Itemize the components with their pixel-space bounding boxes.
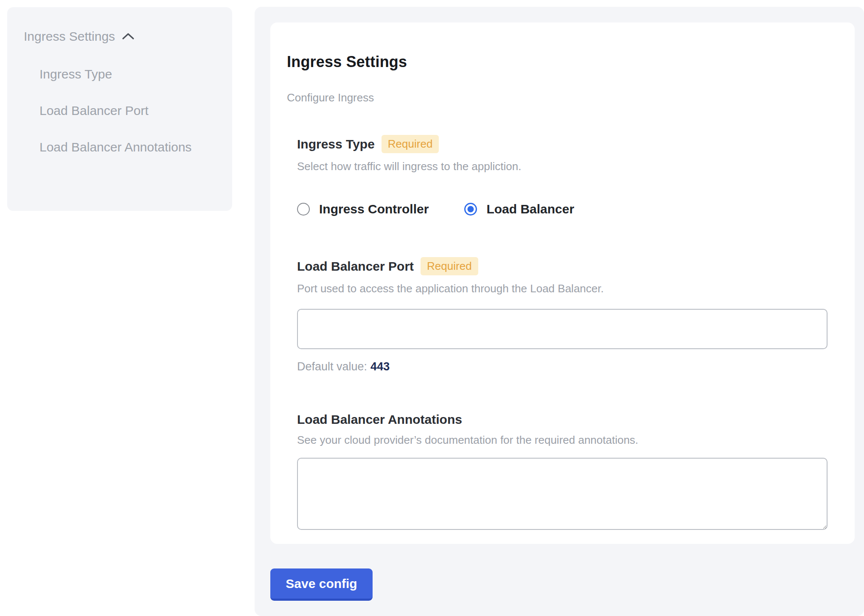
- radio-checked-icon[interactable]: [464, 203, 477, 216]
- lb-annotations-label-row: Load Balancer Annotations: [297, 412, 828, 427]
- field-load-balancer-port: Load Balancer Port Required Port used to…: [297, 257, 828, 373]
- ingress-type-label: Ingress Type: [297, 137, 375, 151]
- radio-ingress-controller[interactable]: Ingress Controller: [297, 202, 429, 216]
- radio-ingress-controller-label: Ingress Controller: [319, 202, 429, 216]
- default-value: 443: [370, 360, 390, 373]
- sidebar-item-load-balancer-port[interactable]: Load Balancer Port: [39, 98, 196, 123]
- lb-annotations-description: See your cloud provider’s documentation …: [297, 434, 828, 447]
- sidebar-sub-list: Ingress Type Load Balancer Port Load Bal…: [39, 62, 219, 160]
- required-badge: Required: [382, 135, 439, 153]
- ingress-settings-card: Ingress Settings Configure Ingress Ingre…: [270, 22, 855, 544]
- lb-annotations-label: Load Balancer Annotations: [297, 412, 462, 427]
- load-balancer-port-input[interactable]: [297, 309, 828, 349]
- settings-panel: Ingress Settings Configure Ingress Ingre…: [255, 7, 864, 616]
- page-subtitle: Configure Ingress: [287, 91, 828, 104]
- radio-load-balancer[interactable]: Load Balancer: [464, 202, 574, 216]
- page: Ingress Settings Ingress Type Load Balan…: [0, 0, 864, 616]
- page-title: Ingress Settings: [287, 53, 828, 71]
- field-ingress-type: Ingress Type Required Select how traffic…: [297, 135, 828, 216]
- required-badge: Required: [421, 257, 478, 275]
- lb-port-label-row: Load Balancer Port Required: [297, 257, 828, 275]
- radio-unchecked-icon[interactable]: [297, 203, 310, 216]
- config-nav-sidebar: Ingress Settings Ingress Type Load Balan…: [7, 7, 232, 211]
- load-balancer-annotations-textarea[interactable]: [297, 458, 828, 530]
- lb-port-default-line: Default value:443: [297, 360, 828, 373]
- default-value-label: Default value:: [297, 360, 367, 373]
- ingress-type-description: Select how traffic will ingress to the a…: [297, 160, 828, 173]
- chevron-up-icon[interactable]: [122, 32, 135, 41]
- save-config-button[interactable]: Save config: [270, 568, 373, 601]
- lb-port-label: Load Balancer Port: [297, 259, 414, 274]
- sidebar-item-load-balancer-annotations[interactable]: Load Balancer Annotations: [39, 134, 196, 160]
- sidebar-item-ingress-settings[interactable]: Ingress Settings: [24, 29, 219, 44]
- lb-port-description: Port used to access the application thro…: [297, 282, 828, 295]
- fields-container: Ingress Type Required Select how traffic…: [297, 135, 828, 530]
- field-load-balancer-annotations: Load Balancer Annotations See your cloud…: [297, 412, 828, 530]
- ingress-type-label-row: Ingress Type Required: [297, 135, 828, 153]
- sidebar-item-ingress-type[interactable]: Ingress Type: [39, 62, 196, 87]
- radio-load-balancer-label: Load Balancer: [486, 202, 574, 216]
- ingress-type-radio-group: Ingress Controller Load Balancer: [297, 202, 828, 216]
- sidebar-parent-label: Ingress Settings: [24, 29, 115, 44]
